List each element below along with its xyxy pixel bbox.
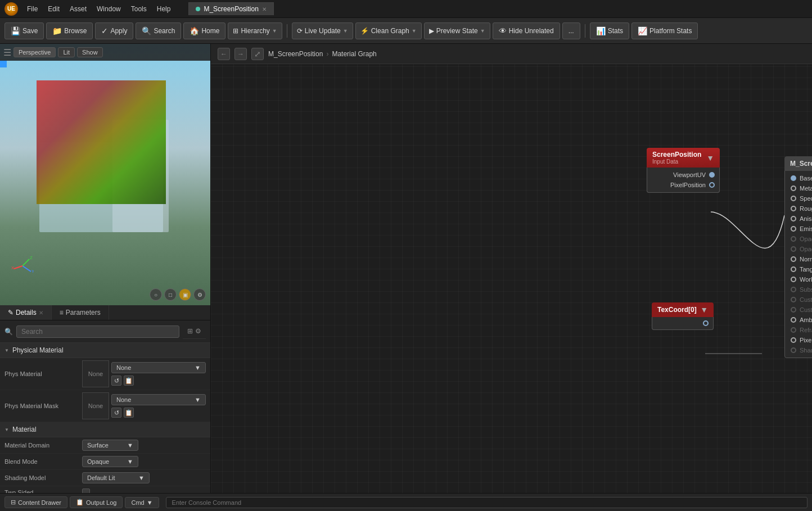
lit-button[interactable]: Lit [58,47,75,57]
viewportuv-pin[interactable] [709,172,715,178]
phys-material-mask-select[interactable]: None ▼ [111,394,206,405]
menu-help[interactable]: Help [152,4,175,14]
hide-unrelated-button[interactable]: 👁 Hide Unrelated [493,22,560,39]
tab-details[interactable]: ✎ Details ✕ [0,305,52,320]
texcoord-header: TexCoord[0] ▼ [652,302,714,317]
tab-close-button[interactable]: ✕ [262,6,267,12]
search-button[interactable]: 🔍 Search [136,22,181,39]
refraction-pin[interactable] [791,327,796,333]
apply-button[interactable]: ✓ Apply [95,22,133,39]
viewport-toolbar: ☰ Perspective Lit Show [0,44,210,61]
hierarchy-button[interactable]: ⊞ Hierarchy ▼ [228,22,282,39]
texcoord-node[interactable]: TexCoord[0] ▼ [652,302,714,330]
normal-pin[interactable] [791,256,796,262]
svg-text:Z: Z [30,255,33,260]
breadcrumb-back-button[interactable]: ← [218,48,230,60]
shading-model-select[interactable]: Default Lit ▼ [82,472,150,483]
phys-material-mask-browse-button[interactable]: 📋 [124,408,134,418]
phys-material-chevron-icon: ▼ [195,364,201,371]
breadcrumb-root[interactable]: M_ScreenPosition [268,50,323,58]
menu-tools[interactable]: Tools [127,4,151,14]
pixelposition-pin[interactable] [709,182,715,188]
section-physical-material[interactable]: ▼ Physical Material [0,343,210,358]
screen-position-title: ScreenPosition [652,151,701,159]
screen-position-node[interactable]: ScreenPosition Input Data ▼ ViewportUV P… [647,148,720,193]
vp-ctrl-cube[interactable]: □ [164,288,177,301]
browse-button[interactable]: 📁 Browse [46,22,93,39]
subsurface-color-pin[interactable] [791,287,796,292]
output-log-button[interactable]: 📋 Output Log [70,496,123,508]
blend-mode-select[interactable]: Opaque ▼ [82,456,138,467]
shading-model-pin[interactable] [791,347,796,353]
tangent-pin[interactable] [791,266,796,272]
prop-phys-material: Phys Material None None ▼ ↺ [0,358,210,390]
opacity-pin[interactable] [791,236,796,242]
opacity-mask-pin[interactable] [791,246,796,252]
anisotropy-pin[interactable] [791,216,796,221]
tab-details-close[interactable]: ✕ [39,310,43,316]
roughness-pin[interactable] [791,206,796,211]
content-drawer-button[interactable]: ⊟ Content Drawer [4,496,67,508]
texcoord-title: TexCoord[0] [657,306,697,314]
panel-search-input[interactable] [16,325,179,338]
menu-window[interactable]: Window [92,4,125,14]
mat-pin-specular: Specular [785,193,812,204]
live-update-button[interactable]: ⟳ Live Update ▼ [292,22,353,39]
breadcrumb-expand-button[interactable]: ⤢ [251,48,264,60]
breadcrumb-forward-button[interactable]: → [234,48,247,60]
base-color-pin[interactable] [791,175,796,181]
preview-state-button[interactable]: ▶ Preview State ▼ [424,22,490,39]
more-options-button[interactable]: ... [562,22,580,39]
viewport-menu-icon[interactable]: ☰ [3,47,11,58]
emissive-color-pin[interactable] [791,226,796,232]
custom-data-1-pin[interactable] [791,307,796,313]
specular-pin[interactable] [791,196,796,201]
phys-material-dropdown-area: None ▼ ↺ 📋 [111,362,206,386]
texcoord-output-pin[interactable] [703,320,709,326]
phys-material-actions: ↺ 📋 [111,376,206,386]
stats-button[interactable]: 📊 Stats [590,22,629,39]
phys-material-browse-button[interactable]: 📋 [124,376,134,386]
texcoord-expand-icon[interactable]: ▼ [700,305,708,314]
tab-m-screen-position[interactable]: M_ScreenPosition ✕ [188,2,273,15]
console-command-input[interactable] [166,497,808,508]
browse-label: Browse [64,27,87,35]
perspective-button[interactable]: Perspective [13,47,56,57]
two-sided-checkbox[interactable] [82,489,90,493]
menu-edit[interactable]: Edit [43,4,64,14]
home-button[interactable]: 🏠 Home [183,22,225,39]
vp-ctrl-settings[interactable]: ⚙ [193,288,206,301]
menu-file[interactable]: File [22,4,42,14]
phys-material-reset-button[interactable]: ↺ [111,376,121,386]
phys-material-mask-reset-button[interactable]: ↺ [111,408,121,418]
phys-material-select[interactable]: None ▼ [111,362,206,373]
opacity-label: Opacity [800,236,812,242]
ambient-occlusion-pin[interactable] [791,317,796,323]
base-color-label: Base Color [800,175,812,182]
breadcrumb-separator-icon: › [326,50,328,58]
phys-material-mask-actions: ↺ 📋 [111,408,206,418]
platform-stats-button[interactable]: 📈 Platform Stats [631,22,698,39]
more-label: ... [569,27,574,35]
vp-ctrl-plane[interactable]: ▣ [179,288,191,301]
panel-grid-icon[interactable]: ⊞ [187,327,193,335]
anisotropy-label: Anisotropy [800,215,812,222]
material-domain-value: Surface [87,442,109,449]
world-position-offset-pin[interactable] [791,277,796,282]
panel-settings-icon[interactable]: ⚙ [195,327,201,335]
blend-mode-value: Opaque [87,458,109,465]
screen-position-expand-icon[interactable]: ▼ [706,153,714,162]
material-output-node[interactable]: M_ScreenPosition Base Color Metallic Spe… [784,156,812,358]
section-material[interactable]: ▼ Material [0,422,210,437]
tab-parameters[interactable]: ≡ Parameters [52,305,109,320]
cmd-button[interactable]: Cmd ▼ [125,497,159,508]
pixel-depth-offset-pin[interactable] [791,337,796,343]
custom-data-0-pin[interactable] [791,297,796,302]
vp-ctrl-sphere[interactable]: ○ [150,288,162,301]
clean-graph-button[interactable]: ⚡ Clean Graph ▼ [355,22,422,39]
save-button[interactable]: 💾 Save [4,22,44,39]
metallic-pin[interactable] [791,186,796,191]
menu-asset[interactable]: Asset [65,4,91,14]
material-domain-select[interactable]: Surface ▼ [82,440,138,451]
show-button[interactable]: Show [77,47,103,57]
